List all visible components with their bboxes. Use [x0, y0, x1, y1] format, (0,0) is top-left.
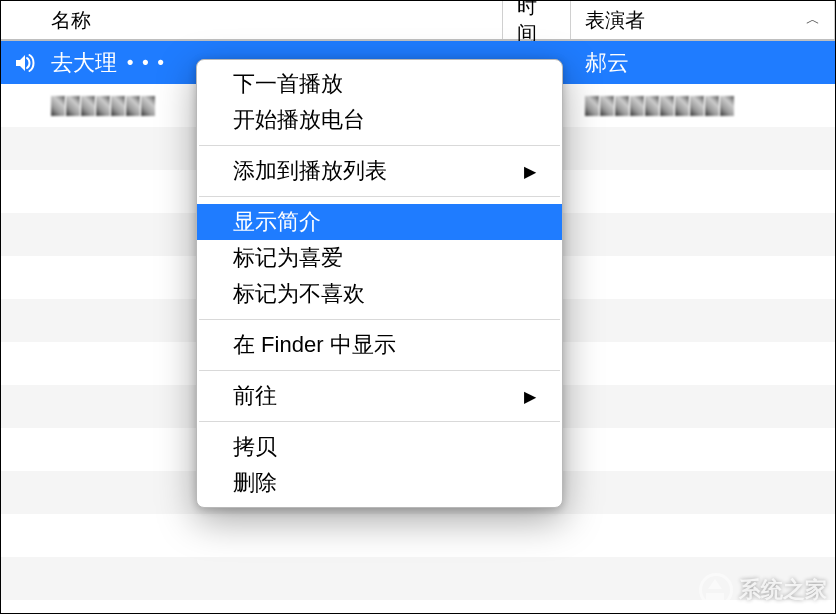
menu-item-mark-loved[interactable]: 标记为喜爱 [197, 240, 562, 276]
menu-label: 拷贝 [233, 432, 277, 462]
menu-label: 前往 [233, 381, 277, 411]
sort-ascending-icon: ︿ [806, 11, 820, 29]
menu-label: 下一首播放 [233, 69, 343, 99]
menu-label: 显示简介 [233, 207, 321, 237]
submenu-arrow-icon: ▶ [524, 387, 536, 406]
menu-label: 开始播放电台 [233, 105, 365, 135]
menu-separator [199, 145, 560, 146]
menu-separator [199, 196, 560, 197]
track-title: 去大理 [51, 48, 117, 78]
menu-separator [199, 421, 560, 422]
menu-item-go-to[interactable]: 前往 ▶ [197, 378, 562, 414]
submenu-arrow-icon: ▶ [524, 162, 536, 181]
menu-label: 删除 [233, 468, 277, 498]
menu-label: 标记为不喜欢 [233, 279, 365, 309]
now-playing-speaker-icon [13, 51, 37, 75]
table-row[interactable] [1, 514, 835, 557]
menu-item-play-next[interactable]: 下一首播放 [197, 66, 562, 102]
menu-item-add-to-playlist[interactable]: 添加到播放列表 ▶ [197, 153, 562, 189]
track-artist: 郝云 [571, 48, 835, 78]
context-menu: 下一首播放 开始播放电台 添加到播放列表 ▶ 显示简介 标记为喜爱 标记为不喜欢… [196, 59, 563, 508]
watermark-text: 系统之家 [739, 575, 827, 605]
menu-item-start-radio[interactable]: 开始播放电台 [197, 102, 562, 138]
menu-item-get-info[interactable]: 显示简介 [197, 204, 562, 240]
menu-separator [199, 370, 560, 371]
obscured-text [51, 95, 155, 117]
menu-label: 在 Finder 中显示 [233, 330, 396, 360]
column-name-label: 名称 [51, 7, 91, 34]
column-header-name[interactable]: 名称 [1, 1, 503, 39]
watermark: 系统之家 [699, 573, 827, 607]
menu-item-copy[interactable]: 拷贝 [197, 429, 562, 465]
menu-item-show-in-finder[interactable]: 在 Finder 中显示 [197, 327, 562, 363]
menu-item-mark-disliked[interactable]: 标记为不喜欢 [197, 276, 562, 312]
menu-separator [199, 319, 560, 320]
column-artist-label: 表演者 [585, 7, 645, 34]
menu-item-delete[interactable]: 删除 [197, 465, 562, 501]
watermark-logo-icon [699, 573, 733, 607]
more-actions-icon[interactable]: • • • [127, 52, 166, 73]
obscured-text [585, 95, 835, 117]
column-header-artist[interactable]: 表演者 ︿ [571, 1, 835, 39]
table-header: 名称 时间 表演者 ︿ [1, 1, 835, 41]
menu-label: 标记为喜爱 [233, 243, 343, 273]
menu-label: 添加到播放列表 [233, 156, 387, 186]
column-header-time[interactable]: 时间 [503, 1, 571, 39]
column-time-label: 时间 [517, 0, 556, 47]
